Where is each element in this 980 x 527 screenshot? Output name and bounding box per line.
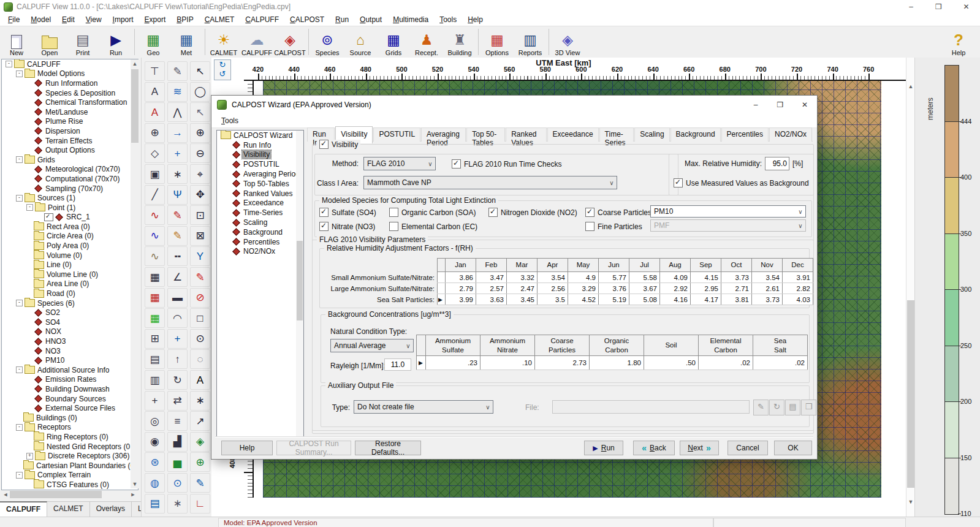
toolbar-met[interactable]: ▦Met (170, 26, 203, 58)
table-cell[interactable]: 3.5 (537, 294, 568, 305)
tree-folder-calpuff[interactable]: -CALPUFF (2, 59, 138, 69)
table-cell[interactable]: 3.67 (629, 283, 660, 294)
tree-item-pm10[interactable]: PM10 (2, 355, 138, 365)
class-area-combobox[interactable]: Mammoth Cave NP∨ (363, 176, 617, 189)
toolbar-species[interactable]: ⊚Species (311, 26, 344, 58)
flight-path-tool[interactable]: Y (190, 246, 210, 266)
tree-horizontal-scrollbar[interactable]: ◄ ► (1, 490, 137, 499)
tree-folder-complex-terrain[interactable]: -Complex Terrain (2, 471, 138, 480)
grid-black-tool[interactable]: ▦ (145, 267, 165, 287)
toolbar-calmet[interactable]: ☀CALMET (207, 26, 240, 58)
checkbox-coarse-particles[interactable] (585, 208, 594, 217)
toolbar-source[interactable]: ⌂Source (344, 26, 377, 58)
toolbar-calpost[interactable]: ◈CALPOST (273, 26, 306, 58)
table-cell[interactable]: 2.82 (783, 283, 813, 294)
table-cell[interactable]: 3.73 (721, 272, 752, 283)
sphere-tool[interactable]: ⊙ (167, 473, 188, 493)
tree-folder-area-line-0[interactable]: Area Line (0) (2, 279, 138, 289)
scroll-left-icon[interactable]: ◄ (1, 490, 10, 499)
table-cell[interactable]: 3.91 (783, 272, 813, 283)
crosshair-plus-tool[interactable]: + (145, 391, 165, 411)
dot-circle-tool[interactable]: ⊙ (190, 329, 210, 349)
tree-item-plume-rise[interactable]: Plume Rise (2, 117, 138, 127)
globe-grid-tool[interactable]: ⊛ (145, 452, 165, 472)
tree-item-no3[interactable]: NO3 (2, 346, 138, 356)
nav-root[interactable]: CALPOST Wizard (217, 131, 303, 140)
toolbar-new[interactable]: New (0, 26, 33, 58)
table-cell[interactable]: .10 (481, 356, 535, 370)
tab-ranked-values[interactable]: Ranked Values (506, 127, 546, 142)
close-icon[interactable]: ✕ (952, 0, 980, 13)
cube-tool[interactable]: ▣ (145, 164, 165, 184)
select-arrow-tool[interactable]: ↖ (190, 61, 210, 81)
expand-minus-icon[interactable]: - (16, 472, 23, 479)
table-cell[interactable]: .02 (699, 356, 753, 370)
select-multi-tool[interactable]: ↖ (190, 102, 210, 122)
marker-gold-tool[interactable]: ✎ (167, 226, 188, 246)
table-cell[interactable]: 3.86 (446, 272, 476, 283)
angle-tool[interactable]: ∠ (167, 267, 188, 287)
tree-item-output-options[interactable]: Output Options (2, 145, 138, 155)
menu-output[interactable]: Output (354, 14, 387, 25)
nav-item-ranked-values[interactable]: Ranked Values (217, 189, 303, 199)
table-cell[interactable]: 4.03 (783, 294, 813, 305)
expand-minus-icon[interactable]: - (16, 366, 23, 373)
tree-folder-sources-1[interactable]: -Sources (1) (2, 193, 138, 203)
histogram-tool[interactable]: ▅ (167, 452, 188, 472)
menu-run[interactable]: Run (330, 14, 354, 25)
scrollbar-thumb[interactable] (131, 69, 139, 143)
expand-plus-icon[interactable]: + (26, 453, 33, 460)
toolbar-print[interactable]: ▤Print (66, 26, 99, 58)
table-cell[interactable]: 4.15 (691, 272, 721, 283)
tree-folder-additional-source-info[interactable]: -Additional Source Info (2, 365, 138, 375)
quad-tool[interactable]: ▟ (167, 432, 188, 452)
table-cell[interactable]: 2.92 (660, 283, 691, 294)
menu-model[interactable]: Model (25, 14, 56, 25)
rotate-tool[interactable]: ↻ (167, 370, 188, 390)
max-rh-input[interactable] (765, 157, 789, 170)
dash-tool[interactable]: ╍ (167, 246, 188, 266)
fit-window-tool[interactable]: ⊠ (190, 226, 210, 246)
nav-item-run-info[interactable]: Run Info (217, 140, 303, 150)
tab-percentiles[interactable]: Percentiles (721, 127, 769, 142)
menu-calpuff[interactable]: CALPUFF (240, 14, 284, 25)
polyline-red-tool[interactable]: ∿ (145, 205, 165, 225)
button-help[interactable]: Help (221, 441, 273, 455)
table-cell[interactable]: 3.63 (476, 294, 507, 305)
pen-hatch-tool[interactable]: ✎ (167, 61, 188, 81)
expand-minus-icon[interactable]: - (16, 424, 23, 431)
pencil-blue-tool[interactable]: ✎ (190, 473, 210, 493)
table-cell[interactable]: 5.77 (599, 272, 629, 283)
nav-item-postutil[interactable]: POSTUTIL (217, 159, 303, 169)
rh-factors-table[interactable]: JanFebMarAprMayJunJulAugSepOctNovDec3.86… (437, 258, 813, 305)
table-cell[interactable]: 4.17 (691, 294, 721, 305)
tree-item-emission-rates[interactable]: Emission Rates (2, 375, 138, 385)
target-tool[interactable]: ⌖ (190, 164, 210, 184)
table-cell[interactable]: 3.54 (537, 272, 568, 283)
tab-time-series[interactable]: Time-Series (599, 127, 634, 142)
tab-no2-nox[interactable]: NO2/NOx (769, 127, 812, 142)
stamp-tool[interactable]: ⊤ (145, 61, 165, 81)
menu-file[interactable]: File (2, 14, 25, 25)
menu-help[interactable]: Help (462, 14, 488, 25)
button-restore-defaults[interactable]: Restore Defaults... (355, 441, 421, 455)
tree-item-so4[interactable]: SO4 (2, 317, 138, 327)
polyline-brown-tool[interactable]: ∿ (145, 246, 165, 266)
grid-color-tool[interactable]: ▦ (145, 308, 165, 328)
table-cell[interactable]: 1.80 (590, 356, 644, 370)
toolbar-3d-view[interactable]: ◈3D View (551, 26, 584, 58)
table-cell[interactable]: 3.99 (446, 294, 476, 305)
scrollbar-thumb[interactable] (297, 241, 303, 320)
grid-red-tool[interactable]: ▦ (145, 288, 165, 308)
expand-minus-icon[interactable]: - (26, 204, 33, 211)
map-vertical-scrollbar[interactable]: ▲ ▼ (906, 58, 915, 517)
table-cell[interactable]: 3.47 (476, 272, 507, 283)
tree-item-sampling-70x70[interactable]: Sampling (70x70) (2, 184, 138, 194)
rings-tool[interactable]: ◎ (145, 411, 165, 431)
scroll-up-icon[interactable]: ▲ (906, 82, 915, 91)
menu-bpip[interactable]: BPIP (171, 14, 199, 25)
nav-item-time-series[interactable]: Time-Series (217, 208, 303, 218)
tree-folder-nested-grid-receptors-0[interactable]: Nested Grid Receptors (0 (2, 442, 138, 452)
table-cell[interactable]: 4.9 (568, 272, 599, 283)
menu-export[interactable]: Export (139, 14, 172, 25)
